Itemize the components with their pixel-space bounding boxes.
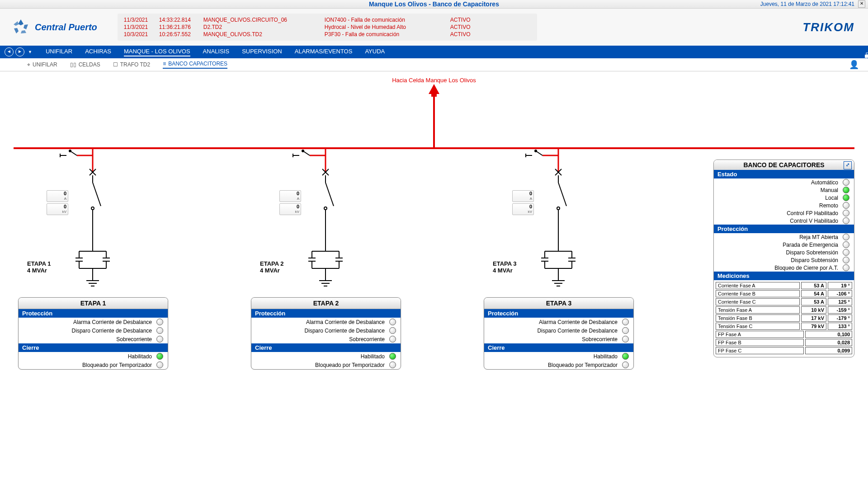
side-panel-title: BANCO DE CAPACITORES⤢ xyxy=(714,160,854,170)
stage-3-label: ETAPA 34 MVAr xyxy=(493,260,517,274)
estado-header: Estado xyxy=(714,170,854,178)
expand-icon[interactable]: ⤢ xyxy=(844,161,852,169)
led-icon xyxy=(622,319,629,325)
led-icon xyxy=(843,217,849,224)
led-icon xyxy=(389,336,396,343)
row-bloqueado: Bloqueado por Temporizador xyxy=(19,361,168,369)
svg-point-44 xyxy=(324,207,327,210)
led-icon xyxy=(622,361,629,368)
subtab-unifilar[interactable]: ⌖UNIFILAR xyxy=(27,61,57,68)
led-icon xyxy=(843,241,849,248)
row-control-v: Control V Habilitado xyxy=(714,217,854,225)
row-disparo-sobretension: Disparo Sobretensión xyxy=(714,249,854,256)
logo-right: TRIKOM xyxy=(802,20,868,34)
stage-2-label: ETAPA 24 MVAr xyxy=(260,260,284,274)
stage-3-measurements: 0A 0kV xyxy=(512,190,534,216)
stage-1-label: ETAPA 14 MVAr xyxy=(27,260,51,274)
nav-dropdown[interactable]: ▼ xyxy=(28,50,32,54)
svg-line-16 xyxy=(93,183,101,206)
side-panel: BANCO DE CAPACITORES⤢ Estado Automático … xyxy=(713,160,854,357)
panel-etapa-2-title: ETAPA 2 xyxy=(251,298,401,309)
row-remoto: Remoto xyxy=(714,202,854,209)
row-automatico: Automático xyxy=(714,178,854,186)
banco-icon: ≡ xyxy=(163,61,166,67)
row-disparo-subtension: Disparo Subtensión xyxy=(714,256,854,264)
led-icon xyxy=(389,327,396,334)
svg-marker-4 xyxy=(429,84,439,94)
logo-left: Central Puerto xyxy=(0,18,108,37)
svg-rect-1 xyxy=(866,53,868,55)
svg-line-70 xyxy=(558,183,566,206)
svg-point-36 xyxy=(302,150,304,152)
unifilar-icon: ⌖ xyxy=(27,61,30,68)
svg-point-71 xyxy=(557,207,560,210)
led-icon xyxy=(843,202,849,209)
row-habilitado: Habilitado xyxy=(19,352,168,361)
svg-point-17 xyxy=(91,207,94,210)
header: Central Puerto 11/3/202114:33:22.814MANQ… xyxy=(0,9,868,46)
subtab-trafo[interactable]: ☐TRAFO TD2 xyxy=(113,61,150,68)
mediciones-header: Mediciones xyxy=(714,272,854,280)
row-reja-mt: Reja MT Abierta xyxy=(714,233,854,241)
tab-analisis[interactable]: ANALISIS xyxy=(203,48,230,56)
stage-1-measurements: 0A 0kV xyxy=(47,190,68,216)
led-icon xyxy=(843,264,849,271)
stage-1-schematic xyxy=(43,147,142,296)
tab-manque[interactable]: MANQUE - LOS OLIVOS xyxy=(124,48,190,56)
led-icon xyxy=(843,234,849,240)
row-local: Local xyxy=(714,194,854,202)
led-icon xyxy=(843,187,849,193)
alarm-log: 11/3/202114:33:22.814MANQUE_OLIVOS.CIRCU… xyxy=(118,14,537,41)
led-icon xyxy=(389,353,396,360)
panel-etapa-2: ETAPA 2 Protección Alarma Corriente de D… xyxy=(251,297,401,370)
tab-ayuda[interactable]: AYUDA xyxy=(365,48,385,56)
measurements-table: Corriente Fase A53 A19 ° Corriente Fase … xyxy=(714,280,854,357)
user-icon[interactable]: 👤 xyxy=(849,60,859,70)
tab-achiras[interactable]: ACHIRAS xyxy=(85,48,111,56)
led-icon xyxy=(156,361,163,368)
row-parada-emerg: Parada de Emergencia xyxy=(714,241,854,249)
led-icon xyxy=(843,194,849,201)
diagram-canvas: Hacia Celda Manque Los Olivos xyxy=(0,71,868,468)
row-control-fp: Control FP Habilitado xyxy=(714,209,854,217)
tab-alarmas[interactable]: ALARMAS/EVENTOS xyxy=(295,48,353,56)
page-title: Manque Los Olivos - Banco de Capacitores xyxy=(369,0,499,8)
datetime: Jueves, 11 de Marzo de 2021 17:12:41 xyxy=(760,1,854,7)
main-menu: ◄ ► ▼ UNIFILAR ACHIRAS MANQUE - LOS OLIV… xyxy=(0,46,868,58)
tab-supervision[interactable]: SUPERVISION xyxy=(242,48,282,56)
panel-etapa-1-title: ETAPA 1 xyxy=(19,298,168,309)
stage-2-schematic xyxy=(276,147,375,296)
trafo-icon: ☐ xyxy=(113,61,118,68)
stage-2-measurements: 0A 0kV xyxy=(279,190,301,216)
nav-fwd-button[interactable]: ► xyxy=(15,47,24,56)
svg-rect-5 xyxy=(431,93,437,97)
row-disparo-desbalance: Disparo Corriente de Desbalance xyxy=(19,326,168,335)
row-alarma-desbalance: Alarma Corriente de Desbalance xyxy=(19,318,168,326)
led-icon xyxy=(156,353,163,360)
led-icon xyxy=(843,257,849,263)
svg-line-43 xyxy=(326,183,334,206)
title-bar: Manque Los Olivos - Banco de Capacitores… xyxy=(0,0,868,9)
led-icon xyxy=(389,319,396,325)
nav-back-button[interactable]: ◄ xyxy=(5,47,14,56)
row-manual: Manual xyxy=(714,186,854,194)
panel-etapa-3: ETAPA 3 Protección Alarma Corriente de D… xyxy=(484,297,634,370)
svg-point-9 xyxy=(69,150,71,152)
proteccion-header: Protección xyxy=(714,225,854,233)
proteccion-header: Protección xyxy=(19,309,168,318)
svg-point-63 xyxy=(535,150,537,152)
led-icon xyxy=(622,327,629,334)
led-icon xyxy=(622,353,629,360)
row-bloqueo-at: Bloqueo de Cierre por A.T. xyxy=(714,264,854,272)
row-sobrecorriente: Sobrecorriente xyxy=(19,335,168,343)
subtab-celdas[interactable]: ▯▯CELDAS xyxy=(70,61,100,68)
close-button[interactable]: ✕ xyxy=(858,0,865,8)
panel-etapa-3-title: ETAPA 3 xyxy=(484,298,633,309)
subtab-banco[interactable]: ≡BANCO CAPACITORES xyxy=(163,61,227,69)
led-icon xyxy=(156,336,163,343)
celdas-icon: ▯▯ xyxy=(70,61,76,68)
sub-menu: ⌖UNIFILAR ▯▯CELDAS ☐TRAFO TD2 ≡BANCO CAP… xyxy=(0,58,868,71)
tab-unifilar[interactable]: UNIFILAR xyxy=(46,48,72,56)
led-icon xyxy=(156,319,163,325)
led-icon xyxy=(622,336,629,343)
